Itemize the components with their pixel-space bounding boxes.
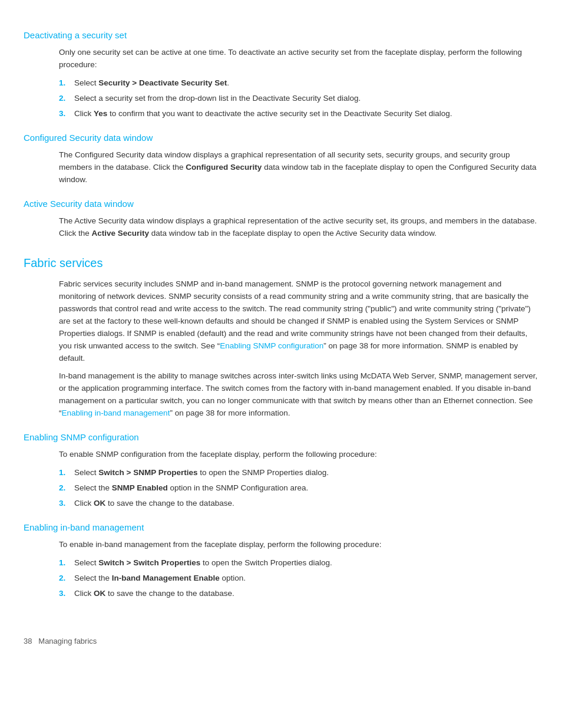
configured-security-body: The Configured Security data window disp… bbox=[59, 149, 538, 186]
inband-step-text-2: Select the In-band Management Enable opt… bbox=[74, 572, 538, 585]
active-security-body: The Active Security data window displays… bbox=[59, 215, 538, 240]
deactivating-heading: Deactivating a security set bbox=[24, 28, 538, 42]
step-number-1: 1. bbox=[59, 77, 72, 90]
inband-step-1: 1. Select Switch > Switch Properties to … bbox=[59, 557, 538, 569]
step-bold-1: Security > Deactivate Security Set bbox=[98, 78, 227, 87]
footer-page-number: 38 bbox=[24, 637, 32, 645]
deactivating-intro: Only one security set can be active at o… bbox=[59, 47, 538, 71]
enabling-snmp-link[interactable]: Enabling SNMP configuration bbox=[220, 341, 323, 350]
active-security-section: Active Security data window The Active S… bbox=[24, 197, 538, 240]
enabling-inband-heading: Enabling in-band management bbox=[24, 521, 538, 534]
inband-step-bold-2: In-band Management Enable bbox=[112, 574, 220, 582]
enabling-snmp-section: Enabling SNMP configuration To enable SN… bbox=[24, 430, 538, 510]
deactivating-step-2: 2. Select a security set from the drop-d… bbox=[59, 93, 538, 105]
step-number-3: 3. bbox=[59, 108, 72, 120]
footer-label: Managing fabrics bbox=[38, 637, 97, 645]
fabric-services-para1: Fabric services security includes SNMP a… bbox=[59, 278, 538, 364]
snmp-step-1: 1. Select Switch > SNMP Properties to op… bbox=[59, 467, 538, 479]
inband-step-bold-3: OK bbox=[94, 589, 105, 598]
fabric-services-para2: In-band management is the ability to man… bbox=[59, 370, 538, 420]
step-text-3: Click Yes to confirm that you want to de… bbox=[74, 108, 538, 120]
step-bold-3: Yes bbox=[94, 109, 107, 118]
configured-security-bold: Configured Security bbox=[186, 163, 262, 172]
snmp-step-num-1: 1. bbox=[59, 467, 72, 479]
step-text-1: Select Security > Deactivate Security Se… bbox=[74, 77, 538, 90]
inband-step-3: 3. Click OK to save the change to the da… bbox=[59, 588, 538, 600]
inband-step-2: 2. Select the In-band Management Enable … bbox=[59, 572, 538, 585]
snmp-step-bold-3: OK bbox=[94, 499, 105, 508]
deactivating-section: Deactivating a security set Only one sec… bbox=[24, 28, 538, 120]
enabling-snmp-heading: Enabling SNMP configuration bbox=[24, 430, 538, 444]
enabling-inband-steps: 1. Select Switch > Switch Properties to … bbox=[59, 557, 538, 600]
active-security-heading: Active Security data window bbox=[24, 197, 538, 210]
inband-step-text-3: Click OK to save the change to the datab… bbox=[74, 588, 538, 600]
configured-security-section: Configured Security data window The Conf… bbox=[24, 131, 538, 186]
snmp-step-text-3: Click OK to save the change to the datab… bbox=[74, 498, 538, 510]
active-security-bold: Active Security bbox=[92, 229, 150, 238]
deactivating-step-3: 3. Click Yes to confirm that you want to… bbox=[59, 108, 538, 120]
snmp-step-bold-2: SNMP Enabled bbox=[112, 483, 168, 492]
inband-step-num-1: 1. bbox=[59, 557, 72, 569]
snmp-step-num-2: 2. bbox=[59, 482, 72, 495]
inband-step-num-2: 2. bbox=[59, 572, 72, 585]
snmp-step-text-2: Select the SNMP Enabled option in the SN… bbox=[74, 482, 538, 495]
snmp-step-text-1: Select Switch > SNMP Properties to open … bbox=[74, 467, 538, 479]
configured-security-heading: Configured Security data window bbox=[24, 131, 538, 144]
footer: 38 Managing fabrics bbox=[24, 635, 538, 647]
snmp-step-2: 2. Select the SNMP Enabled option in the… bbox=[59, 482, 538, 495]
step-text-2: Select a security set from the drop-down… bbox=[74, 93, 538, 105]
deactivating-steps: 1. Select Security > Deactivate Security… bbox=[59, 77, 538, 120]
deactivating-step-1: 1. Select Security > Deactivate Security… bbox=[59, 77, 538, 90]
enabling-inband-link[interactable]: Enabling in-band management bbox=[62, 409, 170, 417]
snmp-step-num-3: 3. bbox=[59, 498, 72, 510]
enabling-snmp-steps: 1. Select Switch > SNMP Properties to op… bbox=[59, 467, 538, 510]
inband-step-bold-1: Switch > Switch Properties bbox=[98, 558, 200, 567]
enabling-inband-section: Enabling in-band management To enable in… bbox=[24, 521, 538, 600]
enabling-inband-intro: To enable in-band management from the fa… bbox=[59, 539, 538, 551]
step-number-2: 2. bbox=[59, 93, 72, 105]
snmp-step-bold-1: Switch > SNMP Properties bbox=[98, 468, 197, 477]
fabric-services-heading: Fabric services bbox=[24, 254, 538, 272]
enabling-snmp-intro: To enable SNMP configuration from the fa… bbox=[59, 449, 538, 461]
inband-step-text-1: Select Switch > Switch Properties to ope… bbox=[74, 557, 538, 569]
fabric-services-section: Fabric services Fabric services security… bbox=[24, 254, 538, 420]
inband-step-num-3: 3. bbox=[59, 588, 72, 600]
snmp-step-3: 3. Click OK to save the change to the da… bbox=[59, 498, 538, 510]
